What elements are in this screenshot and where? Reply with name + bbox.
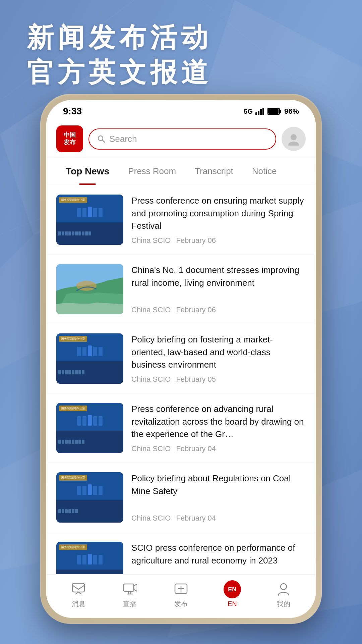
news-thumbnail: 国务院新闻办公室 (56, 403, 123, 453)
news-item[interactable]: China's No. 1 document stresses improvin… (46, 255, 316, 324)
news-meta: China SCIO February 06 (131, 236, 306, 245)
nav-publish[interactable]: 发布 (172, 580, 190, 608)
en-icon: EN (224, 581, 241, 598)
news-title: Press conference on ensuring market supp… (131, 195, 306, 232)
news-thumbnail: 国务院新闻办公室 (56, 472, 123, 523)
nav-live[interactable]: 直播 (121, 580, 138, 608)
nav-en[interactable]: EN EN (224, 581, 241, 608)
news-content: China's No. 1 document stresses improvin… (131, 264, 306, 314)
battery-pct: 96% (284, 107, 299, 116)
news-title: Press conference on advancing rural revi… (131, 403, 306, 441)
phone-screen: 9:33 5G 96% 中国 发布 (46, 100, 316, 618)
tab-transcript[interactable]: Transcript (185, 158, 243, 185)
tab-press-room[interactable]: Press Room (119, 158, 185, 185)
status-bar: 9:33 5G 96% (46, 100, 316, 120)
news-item[interactable]: 国务院新闻办公室 (46, 185, 316, 255)
news-title: China's No. 1 document stresses improvin… (131, 264, 306, 289)
tab-top-news[interactable]: Top News (56, 158, 119, 185)
signal-bars-icon (255, 108, 265, 115)
svg-rect-12 (258, 111, 259, 115)
news-source: China SCIO (131, 514, 171, 523)
nav-en-label: EN (228, 600, 237, 608)
news-meta: China SCIO February 06 (131, 306, 306, 314)
svg-rect-24 (72, 583, 84, 592)
nav-messages-label: 消息 (72, 599, 85, 608)
avatar-button[interactable] (282, 127, 306, 151)
news-content: Policy briefing about Regulations on Coa… (131, 472, 306, 523)
news-source: China SCIO (131, 375, 171, 384)
svg-point-20 (291, 134, 297, 140)
news-source: China SCIO (131, 306, 171, 314)
news-content: Press conference on advancing rural revi… (131, 403, 306, 453)
signal-5g: 5G (244, 108, 253, 115)
news-date: February 06 (176, 306, 216, 314)
news-meta: China SCIO February 05 (131, 375, 306, 384)
publish-icon (172, 580, 190, 597)
news-meta: China SCIO February 04 (131, 514, 306, 523)
news-item[interactable]: 国务院新闻办公室 (46, 324, 316, 393)
news-date: February 04 (176, 514, 216, 523)
nav-profile-label: 我的 (277, 599, 290, 608)
news-title: Policy briefing about Regulations on Coa… (131, 472, 306, 497)
search-bar[interactable]: Search (88, 128, 276, 150)
news-meta: China SCIO February 04 (131, 444, 306, 453)
news-date: February 05 (176, 375, 216, 384)
news-date: February 04 (176, 444, 216, 453)
news-item[interactable]: 国务院新闻办公室 (46, 393, 316, 463)
nav-messages[interactable]: 消息 (70, 580, 87, 608)
bottom-navigation: 消息 直播 (46, 574, 316, 618)
profile-icon (275, 580, 292, 597)
app-headline: 新闻发布活动 官方英文报道 (27, 20, 212, 90)
news-title: SCIO press conference on performance of … (131, 542, 306, 567)
svg-rect-27 (124, 584, 134, 591)
svg-rect-17 (268, 109, 279, 114)
aerial-image (56, 264, 123, 314)
news-thumbnail (56, 264, 123, 314)
news-title: Policy briefing on fostering a market-or… (131, 333, 306, 371)
app-header: 中国 发布 Search (46, 120, 316, 158)
news-item[interactable]: 国务院新闻办公室 (46, 463, 316, 532)
svg-line-19 (102, 140, 105, 142)
svg-rect-16 (280, 110, 281, 113)
live-icon (121, 580, 138, 597)
nav-profile[interactable]: 我的 (275, 580, 292, 608)
status-time: 9:33 (63, 106, 82, 117)
svg-rect-14 (262, 108, 264, 115)
news-content: Press conference on ensuring market supp… (131, 195, 306, 245)
search-icon (97, 135, 105, 143)
news-thumbnail: 国务院新闻办公室 (56, 333, 123, 384)
search-placeholder: Search (109, 134, 137, 144)
svg-point-35 (281, 584, 287, 590)
nav-publish-label: 发布 (174, 599, 188, 608)
tab-bar: Top News Press Room Transcript Notice (46, 158, 316, 185)
svg-point-21 (288, 142, 299, 146)
news-source: China SCIO (131, 236, 171, 245)
tab-notice[interactable]: Notice (243, 158, 286, 185)
news-thumbnail: 国务院新闻办公室 (56, 195, 123, 245)
svg-rect-13 (260, 109, 262, 115)
news-date: February 06 (176, 236, 216, 245)
avatar-icon (287, 132, 300, 146)
svg-marker-28 (134, 584, 137, 591)
news-source: China SCIO (131, 444, 171, 453)
svg-rect-11 (255, 112, 257, 115)
phone-frame: 9:33 5G 96% 中国 发布 (40, 94, 322, 624)
news-list: 国务院新闻办公室 (46, 185, 316, 589)
status-icons: 5G 96% (244, 107, 299, 116)
news-content: Policy briefing on fostering a market-or… (131, 333, 306, 384)
app-logo: 中国 发布 (56, 125, 83, 152)
battery-icon (267, 108, 282, 115)
messages-icon (70, 580, 87, 597)
nav-live-label: 直播 (123, 599, 136, 608)
